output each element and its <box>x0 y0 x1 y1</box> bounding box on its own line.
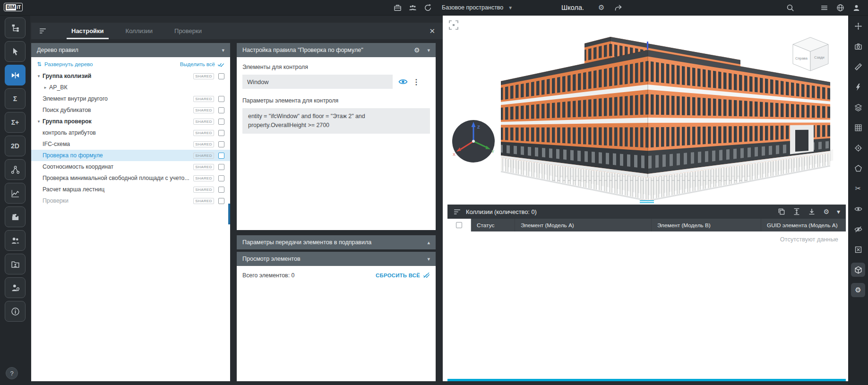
tree-item-checkbox[interactable] <box>218 119 224 125</box>
export-icon[interactable] <box>808 208 816 215</box>
cube-right-face-label[interactable]: Сзади <box>814 55 825 60</box>
collapse-panel-icon[interactable]: ▾ <box>837 207 840 216</box>
section-icon[interactable] <box>851 80 865 94</box>
tree-item-checkbox[interactable] <box>218 107 224 113</box>
tab[interactable]: Настройки <box>64 23 112 39</box>
model-tree-icon[interactable] <box>5 17 26 38</box>
column-header[interactable]: GUID элемента (Модель A) <box>761 219 846 231</box>
select-all-link[interactable]: Выделить всё <box>180 61 224 68</box>
tree-item-checkbox[interactable] <box>218 175 224 181</box>
chevron-down-icon[interactable]: ▼ <box>508 5 513 10</box>
show-icon[interactable] <box>851 202 865 216</box>
tree-item-checkbox[interactable] <box>218 73 224 79</box>
rules-tree-header[interactable]: Дерево правил ▾ <box>31 43 230 57</box>
tree-item-checkbox[interactable] <box>218 153 224 159</box>
clear-selection-icon[interactable] <box>851 242 865 257</box>
info-icon[interactable] <box>5 301 26 322</box>
panel-resize-handle[interactable] <box>640 200 654 204</box>
tree-item[interactable]: ▾Группа коллизийSHARED <box>31 70 230 82</box>
axis-gizmo[interactable]: Z X Y <box>452 120 495 163</box>
chevron-down-icon[interactable]: ▾ <box>427 256 430 262</box>
rule-gear-icon[interactable]: ⚙ <box>414 46 420 54</box>
rule-settings-header[interactable]: Настройка правила "Проверка по формуле" … <box>237 43 436 57</box>
collision-check-icon[interactable] <box>5 65 26 86</box>
select-all-checkbox[interactable] <box>456 222 462 228</box>
focus-icon[interactable] <box>851 141 865 155</box>
project-settings-icon[interactable]: ⚙ <box>598 3 604 12</box>
tree-item-checkbox[interactable] <box>218 96 224 102</box>
tree-caret-icon[interactable]: ▸ <box>42 85 49 90</box>
tree-item-checkbox[interactable] <box>218 141 224 147</box>
tree-item[interactable]: IFC-схемаSHARED <box>31 138 230 150</box>
tree-item[interactable]: ПроверкиSHARED <box>31 195 230 206</box>
layers-icon[interactable] <box>851 100 865 114</box>
pan-icon[interactable] <box>851 19 865 33</box>
visibility-toggle[interactable] <box>398 77 408 86</box>
projects-icon[interactable] <box>394 4 402 12</box>
workspace-selector[interactable]: Базовое пространство <box>442 4 503 11</box>
area-icon[interactable] <box>851 161 865 175</box>
tree-item[interactable]: Проверка по формулеSHARED <box>31 150 230 161</box>
fit-view-icon[interactable] <box>449 21 458 29</box>
building-model[interactable] <box>501 42 833 201</box>
tree-caret-icon[interactable]: ▾ <box>35 119 43 124</box>
viewer-settings-icon[interactable]: ⚙ <box>851 283 865 297</box>
user-location-icon[interactable] <box>5 277 26 298</box>
tree-item-checkbox[interactable] <box>218 130 224 136</box>
menu-icon[interactable] <box>820 4 828 12</box>
tab[interactable]: Коллизии <box>118 23 160 39</box>
tree-item-checkbox[interactable] <box>218 187 224 193</box>
navigation-cube[interactable]: Справа Сзади <box>793 37 828 71</box>
collisions-menu-icon[interactable] <box>453 208 461 216</box>
column-header[interactable]: Элемент (Модель A) <box>515 219 652 231</box>
clip-icon[interactable]: ✂ <box>851 181 865 196</box>
analytics-icon[interactable] <box>5 183 26 204</box>
elements-input[interactable] <box>242 75 393 89</box>
sum-icon[interactable]: Σ <box>5 88 26 109</box>
cube-left-face-label[interactable]: Справа <box>795 56 808 60</box>
2d-view-icon[interactable]: 2D <box>5 136 26 156</box>
team-icon[interactable] <box>409 4 417 12</box>
measure-icon[interactable] <box>851 60 865 74</box>
tab[interactable]: Проверки <box>167 23 209 39</box>
sync-icon[interactable] <box>424 4 432 12</box>
tree-item-checkbox[interactable] <box>218 198 224 204</box>
close-icon[interactable]: ✕ <box>429 27 435 35</box>
subrules-header[interactable]: Параметры передачи элементов в подправил… <box>237 235 436 249</box>
tree-caret-icon[interactable]: ▾ <box>35 74 43 78</box>
column-header[interactable]: Статус <box>471 219 515 231</box>
hide-icon[interactable] <box>851 222 865 236</box>
expand-tree-icon[interactable]: ⇅ <box>37 61 42 68</box>
preview-header[interactable]: Просмотр элементов ▾ <box>237 252 436 266</box>
app-logo[interactable]: BIM iT <box>4 3 23 11</box>
copy-icon[interactable] <box>778 208 785 215</box>
snapshot-icon[interactable] <box>851 39 865 53</box>
chevron-up-icon[interactable]: ▴ <box>427 240 430 246</box>
tree-item[interactable]: Элемент внутри другогоSHARED <box>31 93 230 104</box>
structure-icon[interactable] <box>5 159 26 180</box>
grid-icon[interactable] <box>851 120 865 135</box>
sum-add-icon[interactable]: Σ+ <box>5 112 26 133</box>
search-icon[interactable] <box>786 4 794 12</box>
users-icon[interactable] <box>5 230 26 251</box>
formula-editor[interactable]: entity = "ifcWindow" and floor = "Этаж 2… <box>242 108 430 134</box>
tree-item[interactable]: ▾Группа проверокSHARED <box>31 116 230 127</box>
tree-item[interactable]: Поиск дубликатовSHARED <box>31 104 230 116</box>
chevron-down-icon[interactable]: ▾ <box>427 47 430 53</box>
tree-item[interactable]: Расчет марша лестницSHARED <box>31 184 230 195</box>
tree-item[interactable]: Соотносимость координатSHARED <box>31 161 230 172</box>
help-button[interactable]: ? <box>6 367 18 379</box>
tree-item[interactable]: Проверка минимальной свободной площади с… <box>31 172 230 184</box>
select-icon[interactable] <box>5 41 26 62</box>
cube-view-icon[interactable] <box>851 263 865 277</box>
shared-folder-icon[interactable] <box>5 254 26 274</box>
panel-menu-icon[interactable] <box>39 27 47 35</box>
reset-all-link[interactable]: СБРОСИТЬ ВСЁ <box>376 272 430 279</box>
expand-tree-link[interactable]: Развернуть дерево <box>44 61 93 67</box>
tree-item[interactable]: ▸АР_ВК <box>31 82 230 93</box>
table-settings-icon[interactable]: ⚙ <box>823 207 829 216</box>
share-icon[interactable] <box>614 4 622 12</box>
globe-icon[interactable] <box>836 4 844 12</box>
chevron-down-icon[interactable]: ▾ <box>222 47 224 53</box>
fit-rows-icon[interactable] <box>793 208 800 215</box>
